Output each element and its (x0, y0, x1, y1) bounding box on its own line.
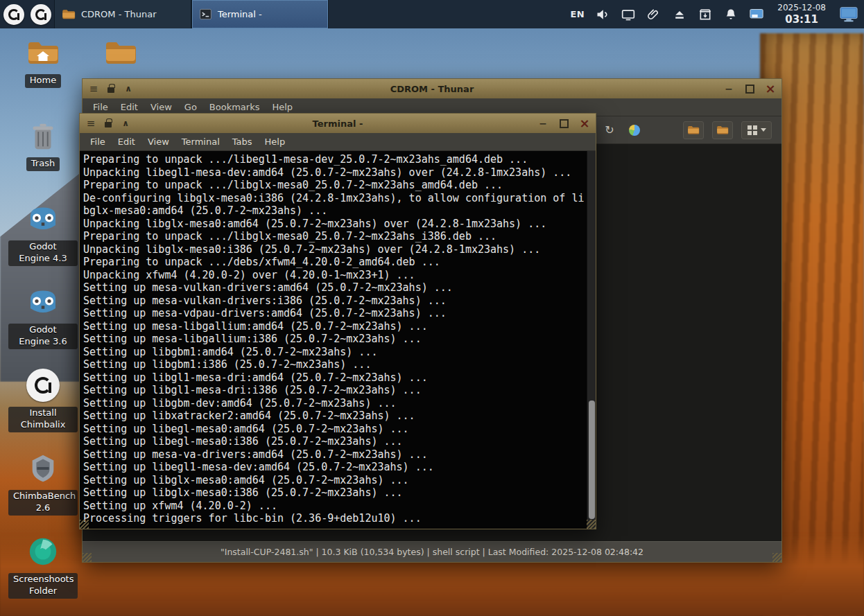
app-menu-button-1[interactable] (0, 0, 27, 28)
new-tab-button[interactable] (683, 121, 704, 139)
desktop-icon-label: ChimbaBench 2.6 (8, 490, 78, 516)
top-panel: CDROM - Thunar Terminal - EN (0, 0, 864, 28)
app-menu-button-2[interactable] (27, 0, 54, 28)
close-button[interactable] (579, 118, 590, 129)
terminal-line: Setting up mesa-vulkan-drivers:amd64 (25… (83, 281, 585, 294)
window-menu-icon[interactable] (85, 118, 96, 129)
terminal-line: Setting up libgl1-mesa-dri:amd64 (25.0.7… (83, 371, 585, 385)
chimbabench-knight-icon (26, 452, 60, 485)
terminal-line: Setting up libegl-mesa0:i386 (25.0.7-2~m… (83, 435, 585, 448)
scrollbar-thumb[interactable] (589, 401, 595, 520)
grid-view-icon (748, 125, 757, 135)
menu-file[interactable]: File (84, 134, 112, 149)
menu-file[interactable]: File (87, 100, 114, 114)
desktop-icon-chimbabench[interactable]: ChimbaBench 2.6 (8, 452, 78, 516)
menu-go[interactable]: Go (178, 100, 203, 114)
taskbar-item-thunar[interactable]: CDROM - Thunar (54, 0, 191, 28)
terminal-line: Setting up libegl1-mesa-dev:amd64 (25.0.… (83, 461, 585, 474)
home-folder-icon (26, 36, 60, 69)
terminal-titlebar[interactable]: Terminal - (80, 114, 596, 133)
window-menu-icon[interactable] (88, 83, 99, 94)
desktop-icon-label: Godot Engine 3.6 (8, 324, 78, 349)
terminal-line: Setting up mesa-vdpau-drivers:amd64 (25.… (83, 307, 585, 320)
terminal-content[interactable]: Preparing to unpack .../libegl1-mesa-dev… (80, 151, 596, 529)
terminal-line: De-configuring libglx-mesa0:i386 (24.2.8… (83, 192, 585, 205)
shade-icon[interactable] (120, 118, 131, 129)
resize-grip[interactable] (587, 520, 596, 529)
panel-clock[interactable]: 2025-12-08 03:11 (777, 3, 826, 25)
chimbalix-installer-icon (26, 369, 60, 402)
maximize-button[interactable] (558, 118, 569, 129)
terminal-line: Setting up libglx-mesa0:amd64 (25.0.7-2~… (83, 474, 585, 487)
menu-terminal[interactable]: Terminal (175, 134, 226, 149)
desktop-icon-trash[interactable]: Trash (8, 119, 78, 171)
notification-bell-icon[interactable] (723, 7, 738, 22)
terminal-line: Setting up libegl-mesa0:amd64 (25.0.7-2~… (83, 423, 585, 436)
desktop-icon-label: Screenshoots Folder (8, 573, 78, 599)
desktop-icon-install-chimbalix[interactable]: Install Chimbalix (8, 369, 78, 432)
terminal-line: bglx-mesa0:amd64 (25.0.7-2~mx23ahs) ... (83, 204, 585, 218)
menu-view[interactable]: View (141, 134, 175, 149)
screenshots-folder-icon (26, 535, 60, 568)
taskbar-item-label: CDROM - Thunar (81, 9, 157, 19)
desktop-icon-godot-3[interactable]: Godot Engine 3.6 (8, 285, 78, 349)
taskbar-item-terminal[interactable]: Terminal - (191, 0, 329, 28)
sticky-lock-icon[interactable] (107, 87, 114, 93)
display-settings-icon[interactable] (749, 7, 764, 22)
attachment-icon[interactable] (646, 7, 662, 22)
terminal-line: Setting up xfwm4 (4.20.0-2) ... (83, 500, 585, 513)
shade-icon[interactable] (123, 83, 134, 94)
desktop-icon-folder[interactable] (89, 36, 153, 69)
view-switcher-button[interactable] (741, 121, 772, 139)
keyboard-layout-indicator[interactable]: EN (570, 9, 585, 19)
desktop-icon-screenshots-folder[interactable]: Screenshoots Folder (8, 535, 78, 599)
menu-view[interactable]: View (144, 100, 178, 114)
eject-icon[interactable] (672, 7, 687, 22)
terminal-line: Setting up mesa-vulkan-drivers:i386 (25.… (83, 294, 585, 308)
menu-bookmarks[interactable]: Bookmarks (203, 100, 266, 114)
chevron-down-icon (761, 128, 766, 132)
new-window-button[interactable] (712, 121, 733, 139)
desktop-icon-godot-4[interactable]: Godot Engine 4.3 (8, 202, 78, 266)
terminal-line: Preparing to unpack .../libglx-mesa0_25.… (83, 230, 585, 243)
desktop-icon-label: Install Chimbalix (8, 407, 78, 432)
resize-grip[interactable] (772, 553, 781, 562)
screen-share-icon[interactable] (621, 7, 636, 22)
desktop-icon-label: Trash (26, 157, 60, 171)
volume-icon[interactable] (595, 7, 610, 22)
disk-usage-pie-icon[interactable] (626, 122, 643, 139)
chimbalix-logo-icon (31, 4, 51, 25)
terminal-output: Preparing to unpack .../libegl1-mesa-dev… (83, 153, 585, 529)
terminal-scrollbar[interactable] (587, 151, 596, 529)
folder-icon (62, 8, 76, 20)
folder-plus-icon (687, 125, 700, 135)
godot-engine-icon (26, 202, 60, 236)
resize-grip[interactable] (83, 553, 92, 562)
terminal-line: Preparing to unpack .../debs/xfwm4_4.20.… (83, 256, 585, 269)
window-title: CDROM - Thunar (83, 84, 781, 94)
resize-grip[interactable] (80, 520, 89, 529)
software-update-icon[interactable] (698, 7, 713, 22)
desktop-icon-home[interactable]: Home (8, 36, 78, 88)
minimize-button[interactable] (723, 83, 734, 94)
godot-engine-icon (26, 285, 60, 319)
sticky-lock-icon[interactable] (105, 122, 112, 127)
terminal-line: Setting up libgl1-mesa-dri:i386 (25.0.7-… (83, 384, 585, 397)
terminal-line: Processing triggers for libc-bin (2.36-9… (83, 512, 585, 525)
close-button[interactable] (765, 83, 776, 94)
window-title: Terminal - (80, 118, 596, 129)
system-tray: EN 2025-12-08 03 (570, 0, 864, 28)
thunar-titlebar[interactable]: CDROM - Thunar (83, 79, 781, 98)
reload-icon[interactable] (601, 122, 618, 139)
maximize-button[interactable] (744, 83, 755, 94)
menu-edit[interactable]: Edit (112, 134, 141, 149)
minimize-button[interactable] (537, 118, 548, 129)
menu-tabs[interactable]: Tabs (226, 134, 259, 149)
menu-help[interactable]: Help (259, 134, 292, 149)
terminal-line: Preparing to unpack .../libegl1-mesa-dev… (83, 153, 585, 166)
status-text: "Install-CUP-2481.sh" | 10.3 KiB (10,534… (221, 547, 643, 557)
workspace-monitor-icon[interactable] (839, 6, 858, 24)
menu-help[interactable]: Help (266, 100, 299, 114)
folder-icon (716, 125, 729, 135)
menu-edit[interactable]: Edit (114, 100, 144, 114)
